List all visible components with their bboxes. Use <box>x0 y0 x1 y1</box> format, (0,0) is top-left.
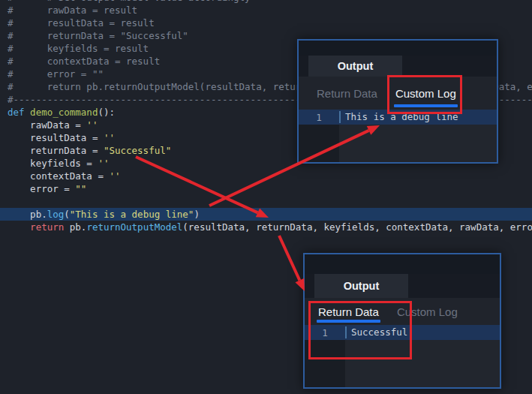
code-line: return pb.returnOutputModel(resultData, … <box>0 221 532 233</box>
output-line: 1 This is a debug line <box>299 110 497 125</box>
output-line-text: Successful <box>345 326 407 338</box>
output-content: 1 This is a debug line <box>299 110 497 162</box>
line-number: 1 <box>305 327 345 338</box>
tab-return-data[interactable]: Return Data <box>308 77 386 110</box>
tab-output[interactable]: Output <box>314 274 408 298</box>
panel-subtabs: Return Data Custom Log <box>299 77 497 110</box>
active-tab-underline <box>317 320 380 323</box>
code-line: # rawData = result <box>0 4 532 17</box>
tab-custom-log[interactable]: Custom Log <box>388 298 467 325</box>
code-line: pb.log("This is a debug line") <box>0 208 532 221</box>
line-number: 1 <box>299 112 339 123</box>
output-line-text: This is a debug line <box>339 111 458 123</box>
code-line: contextData = '' <box>0 170 532 182</box>
panel-tabstrip: Output <box>305 274 500 298</box>
tab-return-data-label: Return Data <box>318 305 379 318</box>
output-content: 1 Successful <box>305 325 500 387</box>
tab-output[interactable]: Output <box>308 56 402 77</box>
output-panel-custom-log: Output Return Data Custom Log 1 This is … <box>297 39 498 164</box>
tab-return-data[interactable]: Return Data <box>309 298 388 325</box>
panel-subtabs: Return Data Custom Log <box>305 298 500 325</box>
tab-custom-log[interactable]: Custom Log <box>386 77 465 110</box>
panel-tabstrip: Output <box>299 56 497 77</box>
code-line: error = "" <box>0 182 532 195</box>
output-line: 1 Successful <box>305 325 500 340</box>
code-line: # resultData = result <box>0 17 532 29</box>
active-tab-underline <box>394 104 458 107</box>
tab-custom-log-label: Custom Log <box>395 87 456 100</box>
code-line <box>0 195 532 208</box>
output-panel-return-data: Output Return Data Custom Log 1 Successf… <box>303 253 501 389</box>
panel-titlebar <box>299 41 497 56</box>
panel-titlebar <box>305 254 500 274</box>
